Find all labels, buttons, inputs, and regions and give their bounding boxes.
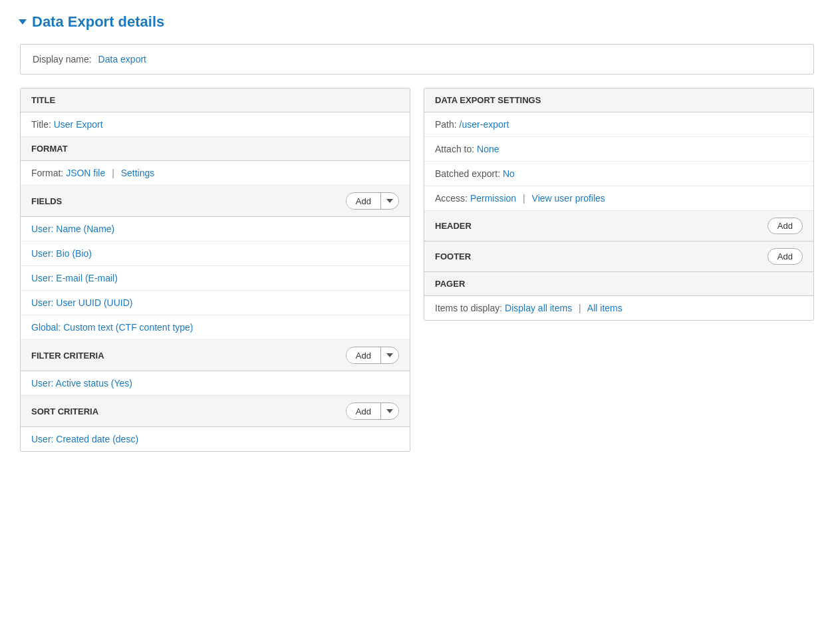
pager-items-row: Items to display: Display all items | Al… xyxy=(424,296,813,320)
title-value-link[interactable]: User Export xyxy=(54,119,103,130)
sort-add-main-button[interactable]: Add xyxy=(347,404,380,419)
footer-add-button[interactable]: Add xyxy=(767,248,803,265)
field-link-0[interactable]: User: Name (Name) xyxy=(31,224,114,234)
field-link-4[interactable]: Global: Custom text (CTF content type) xyxy=(31,322,194,333)
sort-item: User: Created date (desc) xyxy=(21,427,410,451)
fields-add-dropdown-button[interactable] xyxy=(381,196,398,206)
main-columns: TITLE Title: User Export FORMAT Format: … xyxy=(20,88,814,452)
access-view-user-profiles-link[interactable]: View user profiles xyxy=(532,193,605,204)
attach-to-row: Attach to: None xyxy=(424,137,813,162)
title-section-header: TITLE xyxy=(21,88,410,112)
sort-add-button-group[interactable]: Add xyxy=(346,402,399,420)
field-link-3[interactable]: User: User UUID (UUID) xyxy=(31,297,132,308)
filter-add-main-button[interactable]: Add xyxy=(347,348,380,363)
filter-add-dropdown-button[interactable] xyxy=(381,351,398,360)
filter-add-button-group[interactable]: Add xyxy=(346,347,399,364)
page-title: Data Export details xyxy=(20,13,814,31)
filter-link-0[interactable]: User: Active status (Yes) xyxy=(31,378,132,389)
left-column: TITLE Title: User Export FORMAT Format: … xyxy=(20,88,410,452)
title-row: Title: User Export xyxy=(21,112,410,137)
field-item: User: Bio (Bio) xyxy=(21,242,410,266)
header-add-button[interactable]: Add xyxy=(767,218,803,234)
fields-section-header: FIELDS Add xyxy=(21,186,410,217)
field-item: User: User UUID (UUID) xyxy=(21,291,410,315)
attach-to-link[interactable]: None xyxy=(477,144,499,154)
pager-all-items-link[interactable]: All items xyxy=(587,303,623,313)
sort-link-0[interactable]: User: Created date (desc) xyxy=(31,434,138,444)
field-item: User: Name (Name) xyxy=(21,217,410,242)
display-name-value[interactable]: Data export xyxy=(98,54,146,65)
right-column: DATA EXPORT SETTINGS Path: /user-export … xyxy=(424,88,814,321)
field-item: User: E-mail (E-mail) xyxy=(21,266,410,291)
display-name-box: Display name: Data export xyxy=(20,44,814,75)
footer-section-header: FOOTER Add xyxy=(424,242,813,272)
sort-add-dropdown-button[interactable] xyxy=(381,406,398,416)
field-item: Global: Custom text (CTF content type) xyxy=(21,315,410,340)
filter-item: User: Active status (Yes) xyxy=(21,371,410,396)
header-section-header: HEADER Add xyxy=(424,211,813,242)
pager-display-all-link[interactable]: Display all items xyxy=(505,303,572,313)
format-value-link[interactable]: JSON file xyxy=(66,168,105,178)
collapse-icon xyxy=(19,19,27,25)
fields-add-main-button[interactable]: Add xyxy=(347,194,380,209)
field-link-2[interactable]: User: E-mail (E-mail) xyxy=(31,273,118,283)
format-settings-link[interactable]: Settings xyxy=(121,168,155,178)
path-row: Path: /user-export xyxy=(424,112,813,137)
format-section-header: FORMAT xyxy=(21,137,410,161)
field-link-1[interactable]: User: Bio (Bio) xyxy=(31,248,92,259)
batched-export-link[interactable]: No xyxy=(503,168,515,179)
data-export-settings-header: DATA EXPORT SETTINGS xyxy=(424,88,813,112)
path-link[interactable]: /user-export xyxy=(460,119,509,130)
fields-add-button-group[interactable]: Add xyxy=(346,192,399,210)
filter-criteria-section-header: FILTER CRITERIA Add xyxy=(21,340,410,371)
batched-export-row: Batched export: No xyxy=(424,162,813,186)
access-row: Access: Permission | View user profiles xyxy=(424,186,813,211)
display-name-label: Display name: xyxy=(33,54,92,65)
sort-criteria-section-header: SORT CRITERIA Add xyxy=(21,396,410,427)
access-permission-link[interactable]: Permission xyxy=(470,193,516,204)
pager-section-header: PAGER xyxy=(424,272,813,296)
format-row: Format: JSON file | Settings xyxy=(21,161,410,186)
